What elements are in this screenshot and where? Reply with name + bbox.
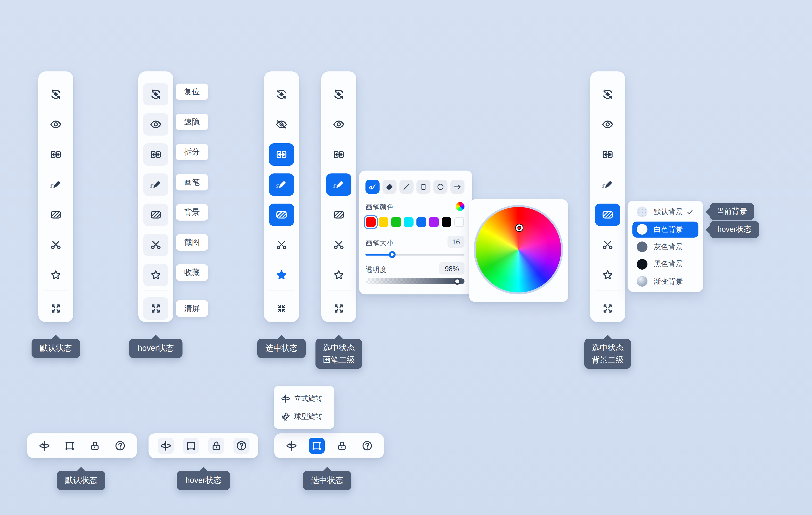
tool-reset-button[interactable] xyxy=(143,83,168,105)
tool-name-chip: 清屏 xyxy=(176,300,208,317)
transform-button[interactable] xyxy=(183,438,199,454)
menu-item-gradient-background[interactable]: 渐变背景 xyxy=(632,273,698,289)
tool-screenshot-button[interactable] xyxy=(269,234,294,256)
tool-split-button[interactable] xyxy=(595,143,620,165)
tool-brush-button[interactable] xyxy=(269,173,294,195)
ellipse-tool-button[interactable] xyxy=(433,180,447,194)
tool-favorite-button[interactable] xyxy=(43,264,68,286)
lock-open-icon xyxy=(89,440,101,452)
menu-item-label: 默认背景 xyxy=(654,207,683,216)
tool-screenshot-button[interactable] xyxy=(595,234,620,256)
tool-split-button[interactable] xyxy=(326,143,351,165)
tool-screenshot-button[interactable] xyxy=(43,234,68,256)
tool-screenshot-button[interactable] xyxy=(326,234,351,256)
menu-item-vertical-rotate[interactable]: 立式旋转 xyxy=(278,390,330,407)
menu-item-default-background[interactable]: 默认背景 xyxy=(632,204,698,220)
white-background-swatch xyxy=(637,224,647,235)
color-wheel-cursor[interactable] xyxy=(516,224,523,231)
tool-background-button[interactable] xyxy=(595,203,620,226)
menu-item-gray-background[interactable]: 灰色背景 xyxy=(632,239,698,255)
sphere-rotate-icon xyxy=(281,411,291,422)
tool-hide-button[interactable] xyxy=(143,113,168,135)
tool-favorite-button[interactable] xyxy=(595,264,620,286)
tool-favorite-button[interactable] xyxy=(269,264,294,286)
toolbar-vertical-brush-submenu xyxy=(321,72,356,322)
help-button[interactable] xyxy=(359,438,375,454)
background-icon xyxy=(332,208,345,221)
pen-tool-button[interactable] xyxy=(365,180,379,194)
transform-button[interactable] xyxy=(309,438,324,454)
tooltip-text: 默认状态 xyxy=(65,475,97,486)
color-swatch-red[interactable] xyxy=(366,217,375,227)
tool-clearscreen-button[interactable] xyxy=(43,297,68,320)
tool-reset-button[interactable] xyxy=(43,83,68,105)
tool-brush-button[interactable] xyxy=(143,173,168,195)
opacity-slider[interactable] xyxy=(365,278,464,284)
tool-split-button[interactable] xyxy=(143,143,168,165)
help-button[interactable] xyxy=(112,438,128,454)
tool-clearscreen-button[interactable] xyxy=(143,297,168,320)
lock-button[interactable] xyxy=(87,438,103,454)
menu-item-label: 立式旋转 xyxy=(294,394,322,403)
tool-hide-button[interactable] xyxy=(43,113,68,135)
star-icon xyxy=(50,268,62,281)
menu-item-sphere-rotate[interactable]: 球型旋转 xyxy=(278,408,330,425)
rotate-mode-button[interactable] xyxy=(36,438,52,454)
rotate-mode-button[interactable] xyxy=(157,438,174,454)
color-wheel-button[interactable] xyxy=(456,202,464,211)
tool-clearscreen-button[interactable] xyxy=(269,297,294,320)
eye-icon xyxy=(149,118,162,131)
arrow-tool-button[interactable] xyxy=(450,180,464,194)
color-swatch-cyan[interactable] xyxy=(404,217,413,227)
tool-brush-button[interactable] xyxy=(43,173,68,195)
tool-brush-button[interactable] xyxy=(326,173,351,195)
lock-button[interactable] xyxy=(208,438,224,454)
tool-background-button[interactable] xyxy=(326,203,351,226)
toolbar-divider xyxy=(144,291,168,291)
tool-reset-button[interactable] xyxy=(269,83,294,105)
color-swatch-blue[interactable] xyxy=(416,217,426,227)
toolbar-divider xyxy=(327,291,351,291)
collapse-icon xyxy=(275,302,288,315)
line-tool-button[interactable] xyxy=(399,180,413,194)
color-swatch-black[interactable] xyxy=(441,217,451,227)
tool-hide-button[interactable] xyxy=(269,113,294,135)
color-swatch-yellow[interactable] xyxy=(378,217,388,227)
brush-size-slider-thumb[interactable] xyxy=(389,251,396,258)
color-swatch-green[interactable] xyxy=(391,217,401,227)
expand-icon xyxy=(50,302,62,315)
tool-background-button[interactable] xyxy=(43,203,68,226)
transform-button[interactable] xyxy=(61,438,78,454)
tool-favorite-button[interactable] xyxy=(326,264,351,286)
menu-item-black-background[interactable]: 黑色背景 xyxy=(632,256,698,272)
eye-icon xyxy=(50,118,62,131)
tool-background-button[interactable] xyxy=(269,203,294,226)
toolbar-vertical-hover xyxy=(138,72,173,322)
color-swatch-purple[interactable] xyxy=(429,217,438,227)
tool-reset-button[interactable] xyxy=(326,83,351,105)
lock-button[interactable] xyxy=(334,438,350,454)
tool-brush-button[interactable] xyxy=(595,173,620,195)
tool-hide-button[interactable] xyxy=(326,113,351,135)
brush-icon xyxy=(275,178,288,191)
tool-background-button[interactable] xyxy=(143,203,168,226)
opacity-slider-thumb[interactable] xyxy=(454,278,461,285)
tooltip-text: 画笔二级 xyxy=(323,354,355,366)
tool-screenshot-button[interactable] xyxy=(143,234,168,256)
menu-item-white-background[interactable]: 白色背景 xyxy=(632,221,698,237)
help-button[interactable] xyxy=(233,438,249,454)
tool-favorite-button[interactable] xyxy=(143,264,168,286)
star-filled-icon xyxy=(275,268,288,281)
tool-clearscreen-button[interactable] xyxy=(595,297,620,320)
color-wheel[interactable] xyxy=(474,205,563,294)
eraser-tool-button[interactable] xyxy=(382,180,396,194)
tool-split-button[interactable] xyxy=(269,143,294,165)
rectangle-tool-button[interactable] xyxy=(416,180,430,194)
color-swatch-white[interactable] xyxy=(454,217,464,227)
tool-clearscreen-button[interactable] xyxy=(326,297,351,320)
tool-split-button[interactable] xyxy=(43,143,68,165)
tool-reset-button[interactable] xyxy=(595,83,620,105)
lock-closed-icon xyxy=(336,440,348,452)
rotate-mode-button[interactable] xyxy=(283,438,299,454)
tool-hide-button[interactable] xyxy=(595,113,620,135)
